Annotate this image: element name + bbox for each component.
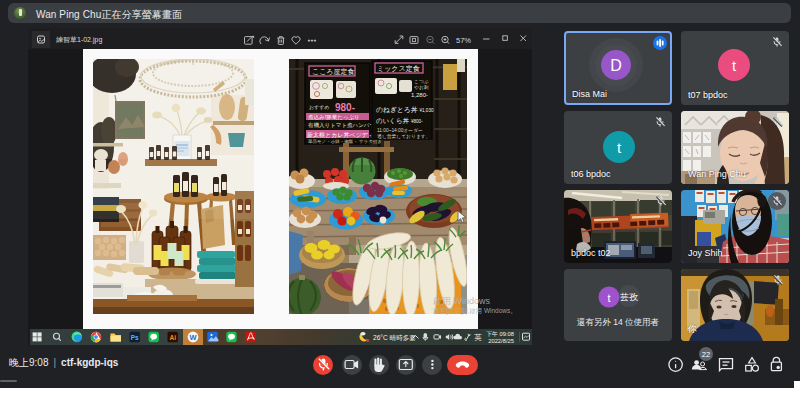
svg-text:煮込み!豚菜たっぷり: 煮込み!豚菜たっぷり: [308, 114, 360, 121]
svg-text:D: D: [610, 57, 622, 74]
svg-text:こころ屋定食: こころ屋定食: [312, 68, 355, 76]
svg-text:1,280-: 1,280-: [411, 92, 428, 98]
svg-text:通し営業しております。: 通し営業しております。: [377, 133, 431, 139]
svg-text:980-: 980-: [335, 102, 355, 113]
svg-text:Ps: Ps: [131, 334, 139, 341]
svg-text:下午 09:08: 下午 09:08: [486, 331, 514, 337]
svg-text:英: 英: [474, 333, 482, 342]
svg-text:おすすめ: おすすめ: [309, 104, 329, 110]
svg-text:11:00~14:00オーダー: 11:00~14:00オーダー: [377, 128, 423, 133]
svg-text:t: t: [607, 292, 610, 304]
svg-text:のねぎとろ丼 ¥1,030: のねぎとろ丼 ¥1,030: [376, 106, 434, 114]
svg-text:ミックス定食: ミックス定食: [377, 65, 420, 73]
svg-text:2022/8/25: 2022/8/25: [488, 338, 514, 344]
svg-text:W: W: [189, 333, 197, 342]
svg-text:こつぶ: こつぶ: [414, 79, 429, 84]
svg-text:新太根とカレ丼ベジディス: 新太根とカレ丼ベジディス: [307, 131, 380, 138]
svg-text:芸孜: 芸孜: [620, 292, 638, 302]
svg-text:Ai: Ai: [169, 334, 176, 341]
svg-text:有機入りトマト煮ハンバーグ: 有機入りトマト煮ハンバーグ: [308, 122, 381, 128]
svg-text:57%: 57%: [456, 36, 471, 45]
svg-text:のいくら丼 ¥800-: のいくら丼 ¥800-: [376, 117, 423, 125]
svg-text:22: 22: [702, 350, 710, 359]
svg-text:26°C 晴時多霎: 26°C 晴時多霎: [373, 334, 416, 342]
svg-text:やお刺: やお刺: [414, 85, 429, 90]
